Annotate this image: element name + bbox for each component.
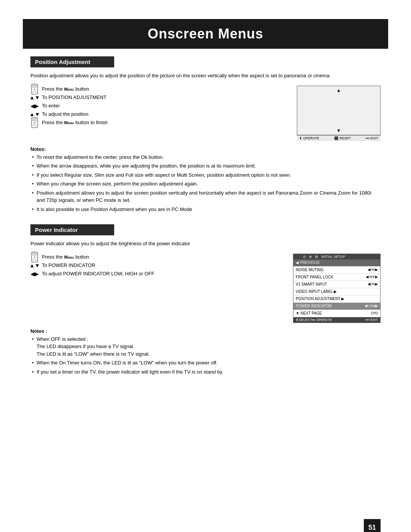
section1-notes: Notes: To reset the adjustment to the ce… — [30, 146, 381, 213]
section2-intro: Power indicator allows you to adjust the… — [30, 240, 381, 248]
svg-rect-8 — [33, 125, 34, 126]
step4-text: To adjust the position — [42, 111, 88, 118]
screen-inner: ▲ ▼ — [297, 86, 381, 135]
section2-steps: Press the Menu button ▲▼ To POWER INDICA… — [30, 254, 282, 323]
menu-row-position-label: POSITION ADJUSTMENT ▶ — [296, 296, 344, 302]
s2-step2: ▲▼ To POWER INDICATOR — [30, 262, 282, 269]
section1-steps: Press the Menu button ▲▼ To POSITION ADJ… — [30, 86, 285, 141]
s2-step1-text: Press the Menu button — [42, 254, 89, 260]
note2-2: When the On Timer turns ON, the LED is l… — [30, 359, 381, 367]
page-number-badge: 51 — [364, 519, 381, 532]
note1-6: It is also possible to use Position Adju… — [30, 206, 381, 213]
screen-reset: ⬛ RESET — [334, 136, 351, 140]
menu-row-nextpage-val: (2/5) — [371, 310, 378, 316]
notes2-title: Notes : — [30, 328, 381, 334]
section2-instructions-row: Press the Menu button ▲▼ To POWER INDICA… — [30, 254, 381, 323]
menu-row-previous: ◀ PREVIOUS — [293, 259, 380, 267]
menu-icon-3: ⊕ — [309, 255, 312, 259]
notes1-title: Notes: — [30, 146, 381, 152]
menu-icon-2: ◎ — [303, 255, 306, 259]
step5-text: Press the Menu button to finish — [42, 119, 108, 126]
menu-row-nextpage-label: ▼ NEXT PAGE — [296, 310, 322, 316]
step2: ▲▼ To POSITION ADJUSTMENT — [30, 94, 285, 101]
s2-step1: Press the Menu button — [30, 254, 282, 260]
menu-row-noise-label: NOISE MUTING — [296, 267, 323, 273]
svg-point-7 — [34, 122, 35, 124]
menu-row-noise-val: ◀ON▶ — [368, 267, 378, 273]
page-title: Onscreen Menus — [38, 26, 373, 42]
svg-rect-11 — [33, 253, 37, 256]
notes2-list: When OFF is selected :The LED disappears… — [30, 335, 381, 376]
menu-row-videoinput-label: VIDEO INPUT LABEL ▶ — [296, 289, 337, 295]
svg-rect-9 — [35, 125, 36, 126]
step3: ◀▶ To enter — [30, 102, 285, 109]
menu-footer-select: ⬆SELECT⬅ OPERATE — [296, 318, 332, 322]
note1-5: Position adjustment allows you to adjust… — [30, 189, 381, 204]
step1: Press the Menu button — [30, 86, 285, 93]
menu-icon-4: ⊞ — [315, 255, 318, 259]
content-area: Position Adjustment Position adjustment … — [30, 49, 381, 375]
remote-icon-1 — [30, 86, 39, 93]
step1-text: Press the Menu button — [42, 86, 89, 93]
menu-row-power-val: ◀LOW▶ — [365, 303, 378, 309]
menu-row-v1smart-label: V1 SMART INPUT — [296, 281, 327, 288]
note1-2: When the arrow disappears, while you are… — [30, 162, 381, 170]
menu-screen-footer: ⬆SELECT⬅ OPERATE ━━ EXIT — [293, 317, 380, 323]
section1-instructions-row: Press the Menu button ▲▼ To POSITION ADJ… — [30, 86, 381, 141]
screen-up-arrow: ▲ — [336, 88, 341, 93]
menu-row-previous-label: ◀ PREVIOUS — [296, 260, 319, 266]
screen-down-arrow: ▼ — [336, 128, 341, 133]
s2-step2-text: To POWER INDICATOR — [42, 262, 95, 269]
menu-row-power: POWER INDICATOR ◀LOW▶ — [293, 303, 380, 310]
menu-header-label: INITIAL SETUP — [321, 255, 345, 259]
menu-row-videoinput: VIDEO INPUT LABEL ▶ — [293, 288, 380, 296]
section2-heading: Power Indicator — [30, 224, 114, 235]
section-power-indicator: Power Indicator Power indicator allows y… — [30, 224, 381, 375]
s2-step3-text: To adjust POWER INDICATOR LOW, HIGH or O… — [42, 270, 155, 277]
section2-notes: Notes : When OFF is selected :The LED di… — [30, 328, 381, 376]
step2-text: To POSITION ADJUSTMENT — [42, 94, 107, 101]
svg-point-2 — [34, 88, 35, 90]
menu-screen-mockup: ⬛ ◎ ⊕ ⊞ INITIAL SETUP ◀ PREVIOUS NOISE M… — [293, 254, 381, 323]
menu-row-noise: NOISE MUTING ◀ON▶ — [293, 267, 380, 274]
menu-icon-1: ⬛ — [296, 255, 300, 259]
svg-rect-14 — [35, 259, 36, 260]
page-container: Onscreen Menus Position Adjustment Posit… — [0, 19, 411, 532]
section-position-adjustment: Position Adjustment Position adjustment … — [30, 56, 381, 213]
screen-mockup-1: ▲ ▼ ⬆ OPERATE ⬛ RESET ━━ EXIT — [297, 86, 381, 141]
remote-icon-3 — [30, 254, 39, 260]
ud-arrow-icon-1: ▲▼ — [30, 94, 39, 101]
menu-footer-exit: ━━ EXIT — [365, 318, 378, 322]
menu-row-position: POSITION ADJUSTMENT ▶ — [293, 296, 380, 303]
screen-operate: ⬆ OPERATE — [299, 136, 319, 140]
menu-row-v1smart-val: ◀ON▶ — [368, 281, 378, 288]
step4: ▲▼ To adjust the position — [30, 111, 285, 118]
svg-point-12 — [34, 256, 35, 258]
page-number: 51 — [368, 524, 376, 532]
section1-heading: Position Adjustment — [30, 56, 114, 67]
remote-icon-2 — [30, 119, 39, 126]
screen-exit: ━━ EXIT — [366, 136, 378, 140]
lr-arrow-icon-1: ◀▶ — [30, 102, 39, 109]
svg-rect-1 — [33, 85, 37, 88]
menu-row-frontpanel-label: FRONT PANEL LOCK — [296, 274, 333, 280]
svg-rect-13 — [33, 259, 34, 260]
step3-text: To enter — [42, 102, 60, 109]
step5: Press the Menu button to finish — [30, 119, 285, 126]
menu-row-power-label: POWER INDICATOR — [296, 303, 332, 309]
ud-arrow-icon-3: ▲▼ — [30, 262, 39, 269]
menu-row-frontpanel-val: ◀OFF▶ — [366, 274, 378, 280]
lr-arrow-icon-2: ◀▶ — [30, 270, 39, 277]
section1-intro: Position adjustment allows you to adjust… — [30, 72, 381, 80]
svg-rect-3 — [33, 91, 34, 92]
s2-step3: ◀▶ To adjust POWER INDICATOR LOW, HIGH o… — [30, 270, 282, 277]
note1-4: When you change the screen size, perform… — [30, 180, 381, 188]
screen-bottom-bar: ⬆ OPERATE ⬛ RESET ━━ EXIT — [297, 135, 381, 141]
menu-row-frontpanel: FRONT PANEL LOCK ◀OFF▶ — [293, 274, 380, 281]
menu-row-v1smart: V1 SMART INPUT ◀ON▶ — [293, 281, 380, 288]
note2-1: When OFF is selected :The LED disappears… — [30, 335, 381, 358]
note1-3: If you select Regular size, Slim size an… — [30, 171, 381, 179]
note1-1: To reset the adjustment to the center, p… — [30, 153, 381, 161]
svg-rect-4 — [35, 91, 36, 92]
note2-3: If you set a timer on the TV, the power … — [30, 368, 381, 376]
